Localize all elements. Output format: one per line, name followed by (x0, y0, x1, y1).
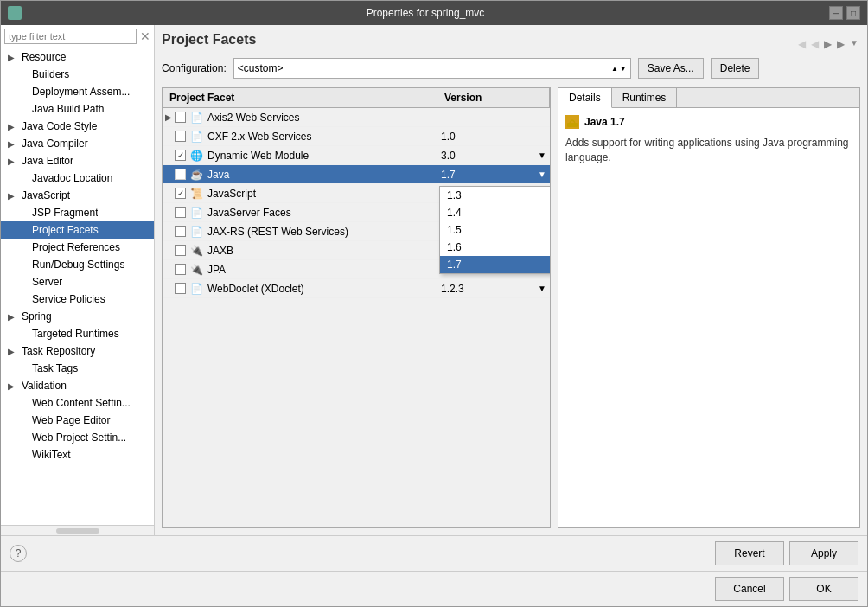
forward-arrow-right[interactable]: ▶ (822, 36, 833, 52)
filter-input[interactable] (4, 29, 137, 44)
sidebar-item-web-content-settings[interactable]: Web Content Settin... (1, 394, 154, 412)
sidebar-item-javadoc[interactable]: Javadoc Location (1, 169, 154, 187)
save-as-button[interactable]: Save As... (638, 58, 704, 79)
tab-runtimes[interactable]: Runtimes (612, 88, 678, 107)
sidebar-item-label: Project References (32, 241, 120, 253)
sidebar-item-project-references[interactable]: Project References (1, 239, 154, 256)
filter-bar: ✕ (1, 25, 154, 48)
ok-cancel-bar: Cancel OK (1, 571, 867, 606)
version-option-17[interactable]: 1.7 (440, 256, 550, 273)
forward-arrow-right2[interactable]: ▶ (835, 36, 846, 52)
sidebar-item-java-build-path[interactable]: Java Build Path (1, 100, 154, 118)
axis2-checkbox[interactable] (175, 112, 188, 123)
facet-doc-icon: 📄 (188, 205, 204, 220)
sidebar-item-service-policies[interactable]: Service Policies (1, 291, 154, 308)
facet-version: 1.2.3 ▼ (437, 281, 550, 297)
java-checkbox[interactable] (175, 169, 188, 180)
details-title-row: Java 1.7 (565, 115, 852, 129)
jsf-checkbox[interactable] (175, 207, 188, 218)
minimize-button[interactable]: ─ (829, 6, 843, 20)
revert-button[interactable]: Revert (715, 541, 784, 565)
sidebar-item-builders[interactable]: Builders (1, 66, 154, 83)
sidebar-item-label: Builders (32, 68, 69, 80)
facet-label: Java (204, 167, 437, 182)
sidebar-item-label: Web Project Settin... (32, 431, 126, 444)
expand-icon: ▶ (8, 347, 18, 356)
version-option-13[interactable]: 1.3 (440, 187, 550, 204)
sidebar-item-java-code-style[interactable]: ▶ Java Code Style (1, 118, 154, 135)
col-version-header: Version (437, 88, 550, 107)
sidebar-item-label: Java Compiler (22, 137, 88, 150)
forward-arrow-left[interactable]: ◀ (809, 36, 820, 52)
sidebar-item-java-compiler[interactable]: ▶ Java Compiler (1, 135, 154, 152)
javascript-checkbox[interactable] (175, 188, 188, 199)
facet-row-java[interactable]: ☕ Java 1.7 ▼ (163, 165, 550, 184)
facet-version (437, 116, 550, 119)
apply-button[interactable]: Apply (789, 541, 858, 565)
maximize-button[interactable]: □ (846, 6, 860, 20)
facet-version: 3.0 ▼ (437, 148, 550, 163)
navigation-arrows: ◀ ◀ ▶ ▶ ▼ (796, 36, 860, 52)
expand-icon: ▶ (163, 112, 175, 122)
jaxb-checkbox[interactable] (175, 245, 188, 256)
sidebar-item-targeted-runtimes[interactable]: Targeted Runtimes (1, 325, 154, 342)
facet-label: JPA (204, 262, 437, 278)
sidebar-item-java-editor[interactable]: ▶ Java Editor (1, 152, 154, 169)
facet-row-webdoclet[interactable]: 📄 WebDoclet (XDoclet) 1.2.3 ▼ (163, 279, 550, 298)
main-panel: Project Facets ◀ ◀ ▶ ▶ ▼ Configuration: … (155, 25, 867, 535)
sidebar-item-run-debug[interactable]: Run/Debug Settings (1, 256, 154, 273)
sidebar-item-server[interactable]: Server (1, 273, 154, 291)
sidebar-item-web-project-settings[interactable]: Web Project Settin... (1, 429, 154, 446)
sidebar-item-label: Task Tags (32, 362, 78, 374)
sidebar-scrollbar[interactable] (1, 525, 154, 535)
sidebar-item-web-page-editor[interactable]: Web Page Editor (1, 412, 154, 429)
delete-button[interactable]: Delete (711, 58, 760, 79)
sidebar-item-task-tags[interactable]: Task Tags (1, 360, 154, 377)
facet-row-dynamic-web[interactable]: 🌐 Dynamic Web Module 3.0 ▼ (163, 146, 550, 165)
sidebar-item-deployment[interactable]: Deployment Assem... (1, 83, 154, 100)
config-up-arrow: ▲ (611, 65, 618, 73)
sidebar-item-validation[interactable]: ▶ Validation (1, 377, 154, 394)
sidebar-item-jsp-fragment[interactable]: JSP Fragment (1, 204, 154, 221)
version-option-15[interactable]: 1.5 (440, 221, 550, 239)
back-arrow[interactable]: ◀ (796, 36, 807, 52)
jaxrs-checkbox[interactable] (175, 226, 188, 237)
facet-label: CXF 2.x Web Services (204, 129, 437, 144)
facet-plug-icon: 🔌 (188, 243, 204, 259)
version-dropdown-btn2[interactable]: ▼ (538, 284, 546, 293)
config-arrows: ▲ ▼ (611, 65, 627, 73)
facet-label: JAXB (204, 243, 437, 259)
sidebar-item-task-repository[interactable]: ▶ Task Repository (1, 342, 154, 360)
filter-clear-icon[interactable]: ✕ (140, 29, 150, 43)
sidebar-item-spring[interactable]: ▶ Spring (1, 308, 154, 325)
nav-dropdown-icon[interactable]: ▼ (848, 36, 860, 52)
version-option-14[interactable]: 1.4 (440, 204, 550, 221)
window-title: Properties for spring_mvc (22, 7, 829, 19)
help-button[interactable]: ? (10, 545, 27, 562)
jpa-checkbox[interactable] (175, 264, 188, 275)
cxf-checkbox[interactable] (175, 131, 188, 142)
sidebar-item-javascript[interactable]: ▶ JavaScript (1, 187, 154, 204)
version-option-16[interactable]: 1.6 (440, 239, 550, 256)
version-dropdown-btn[interactable]: ▼ (538, 150, 546, 160)
facet-row-cxf[interactable]: 📄 CXF 2.x Web Services 1.0 (163, 127, 550, 146)
checkbox-checked (175, 150, 186, 161)
facet-plug-icon: 🔌 (188, 262, 204, 278)
ok-button[interactable]: OK (789, 577, 858, 601)
cancel-button[interactable]: Cancel (715, 577, 784, 601)
checkbox-unchecked (175, 207, 186, 218)
facet-version: 1.7 ▼ (437, 167, 550, 182)
version-dropdown-btn[interactable]: ▼ (538, 169, 546, 179)
config-value: <custom> (238, 62, 284, 74)
config-select[interactable]: <custom> ▲ ▼ (233, 58, 631, 79)
checkbox-unchecked (175, 112, 186, 123)
tab-details[interactable]: Details (558, 88, 612, 108)
facet-row-axis2[interactable]: ▶ 📄 Axis2 Web Services (163, 108, 550, 127)
facets-table: Project Facet Version ▶ 📄 Axis2 Web Serv… (162, 87, 551, 528)
sidebar-item-resource[interactable]: ▶ Resource (1, 48, 154, 66)
sidebar-item-project-facets[interactable]: Project Facets (1, 221, 154, 239)
dynamic-web-checkbox[interactable] (175, 150, 188, 161)
sidebar-item-wikitext[interactable]: WikiText (1, 446, 154, 463)
webdoclet-checkbox[interactable] (175, 283, 188, 294)
config-row: Configuration: <custom> ▲ ▼ Save As... D… (162, 58, 860, 79)
